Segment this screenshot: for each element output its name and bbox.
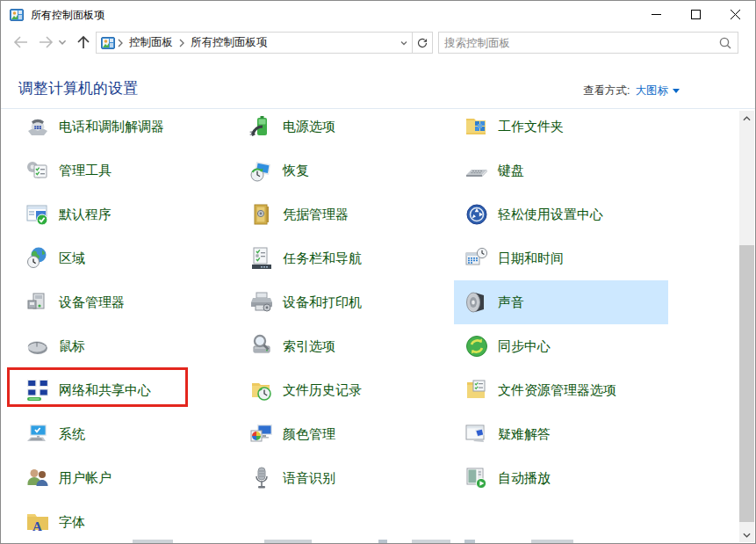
control-panel-item-network-sharing-center[interactable]: 网络和共享中心: [15, 368, 226, 412]
view-by-control: 查看方式: 大图标: [583, 83, 680, 98]
control-panel-item-color-management[interactable]: 颜色管理: [239, 412, 450, 456]
search-box[interactable]: [438, 32, 738, 54]
address-bar[interactable]: 控制面板 所有控制面板项: [96, 32, 433, 54]
control-panel-item-fonts[interactable]: A字体: [15, 500, 226, 544]
refresh-icon[interactable]: [413, 33, 432, 53]
control-panel-item-keyboard[interactable]: 键盘: [454, 149, 668, 192]
item-label: 电源选项: [283, 119, 335, 135]
view-by-dropdown-caret-icon[interactable]: [673, 89, 680, 93]
power-options-icon: [249, 114, 274, 139]
item-label: 疑难解答: [498, 426, 551, 443]
navigation-bar: 控制面板 所有控制面板项: [1, 29, 755, 55]
control-panel-item-devices-and-printers[interactable]: 设备和打印机: [239, 280, 450, 324]
item-label: 设备和打印机: [283, 294, 362, 311]
svg-text:A: A: [32, 519, 42, 533]
troubleshooting-icon: [464, 422, 489, 446]
date-and-time-icon: [464, 246, 489, 271]
scroll-down-icon[interactable]: [739, 527, 754, 542]
partial-icon-fragment: [412, 540, 450, 544]
item-label: 键盘: [498, 163, 524, 179]
item-label: 电话和调制解调器: [59, 119, 164, 135]
control-panel-item-sync-center[interactable]: 同步中心: [454, 324, 668, 368]
close-button[interactable]: [716, 1, 755, 28]
item-label: 区域: [59, 250, 85, 267]
items-column-1: 电话和调制解调器管理工具默认程序区域设备管理器鼠标网络和共享中心系统用户帐户A字…: [15, 105, 226, 544]
search-input[interactable]: [439, 37, 718, 49]
indexing-options-icon: [249, 334, 274, 359]
speech-recognition-icon: [249, 466, 274, 490]
control-panel-icon: [101, 36, 115, 50]
taskbar-navigation-icon: [249, 246, 274, 271]
partial-icon-fragment: [378, 540, 387, 544]
work-folders-icon: [464, 114, 489, 139]
credential-manager-icon: [249, 202, 274, 227]
partial-icon-fragment: [531, 540, 573, 544]
region-icon: [25, 246, 50, 271]
phone-and-modem-icon: [25, 114, 50, 139]
control-panel-item-system[interactable]: 系统: [15, 412, 226, 456]
window-controls: [637, 1, 755, 28]
control-panel-item-credential-manager[interactable]: 凭据管理器: [239, 192, 450, 236]
recent-locations-chevron-icon[interactable]: [57, 37, 68, 47]
control-panel-item-power-options[interactable]: 电源选项: [239, 105, 450, 149]
view-by-value-link[interactable]: 大图标: [636, 83, 669, 98]
up-icon[interactable]: [75, 33, 92, 51]
item-label: 任务栏和导航: [283, 250, 362, 267]
control-panel-item-user-accounts[interactable]: 用户帐户: [15, 456, 226, 500]
control-panel-item-file-explorer-options[interactable]: 文件资源管理器选项: [454, 368, 668, 412]
minimize-button[interactable]: [637, 1, 676, 28]
vertical-scrollbar[interactable]: [739, 111, 754, 542]
page-header: 调整计算机的设置 查看方式: 大图标: [1, 55, 755, 108]
control-panel-item-default-programs[interactable]: 默认程序: [15, 192, 226, 236]
item-label: 设备管理器: [59, 294, 125, 311]
system-icon: [25, 422, 50, 446]
item-label: 文件历史记录: [283, 382, 362, 399]
control-panel-item-indexing-options[interactable]: 索引选项: [239, 324, 450, 368]
control-panel-item-date-and-time[interactable]: 日期和时间: [454, 236, 668, 280]
control-panel-item-admin-tools[interactable]: 管理工具: [15, 149, 226, 192]
control-panel-item-region[interactable]: 区域: [15, 236, 226, 280]
partial-icon-fragment: [133, 540, 173, 544]
item-label: 轻松使用设置中心: [498, 207, 603, 223]
item-label: 鼠标: [59, 338, 85, 355]
admin-tools-icon: [25, 158, 50, 183]
fonts-icon: A: [25, 510, 50, 534]
breadcrumb-all-items[interactable]: 所有控制面板项: [187, 35, 271, 50]
address-bar-controls: [396, 33, 432, 53]
network-sharing-center-icon: [25, 378, 50, 403]
mouse-icon: [25, 334, 50, 359]
item-label: 用户帐户: [59, 470, 112, 487]
user-accounts-icon: [25, 466, 50, 490]
item-label: 凭据管理器: [283, 207, 349, 223]
item-label: 系统: [59, 426, 85, 443]
control-panel-item-speech-recognition[interactable]: 语音识别: [239, 456, 450, 500]
devices-and-printers-icon: [249, 290, 274, 315]
control-panel-item-mouse[interactable]: 鼠标: [15, 324, 226, 368]
control-panel-item-sound[interactable]: 声音: [454, 280, 668, 324]
address-dropdown-chevron-icon[interactable]: [396, 33, 412, 53]
breadcrumb-control-panel[interactable]: 控制面板: [126, 35, 176, 50]
control-panel-item-work-folders[interactable]: 工作文件夹: [454, 105, 668, 149]
control-panel-item-ease-of-access-center[interactable]: 轻松使用设置中心: [454, 192, 668, 236]
sync-center-icon: [464, 334, 489, 359]
control-panel-window: 所有控制面板项 控制面板: [0, 0, 756, 544]
scrollbar-thumb[interactable]: [739, 245, 754, 522]
control-panel-item-troubleshooting[interactable]: 疑难解答: [454, 412, 668, 456]
page-title: 调整计算机的设置: [18, 78, 138, 98]
item-label: 默认程序: [59, 207, 112, 223]
search-icon[interactable]: [718, 36, 732, 50]
forward-icon[interactable]: [38, 33, 55, 51]
item-label: 网络和共享中心: [59, 382, 151, 399]
control-panel-item-phone-and-modem[interactable]: 电话和调制解调器: [15, 105, 226, 149]
item-label: 语音识别: [283, 470, 335, 487]
item-label: 颜色管理: [283, 426, 335, 443]
control-panel-item-taskbar-navigation[interactable]: 任务栏和导航: [239, 236, 450, 280]
item-label: 字体: [59, 514, 85, 531]
scroll-up-icon[interactable]: [739, 111, 754, 126]
back-icon[interactable]: [11, 33, 29, 51]
control-panel-item-autoplay[interactable]: 自动播放: [454, 456, 668, 500]
control-panel-item-recovery[interactable]: 恢复: [239, 149, 450, 192]
control-panel-item-file-history[interactable]: 文件历史记录: [239, 368, 450, 412]
control-panel-item-device-manager[interactable]: 设备管理器: [15, 280, 226, 324]
maximize-button[interactable]: [676, 1, 716, 28]
